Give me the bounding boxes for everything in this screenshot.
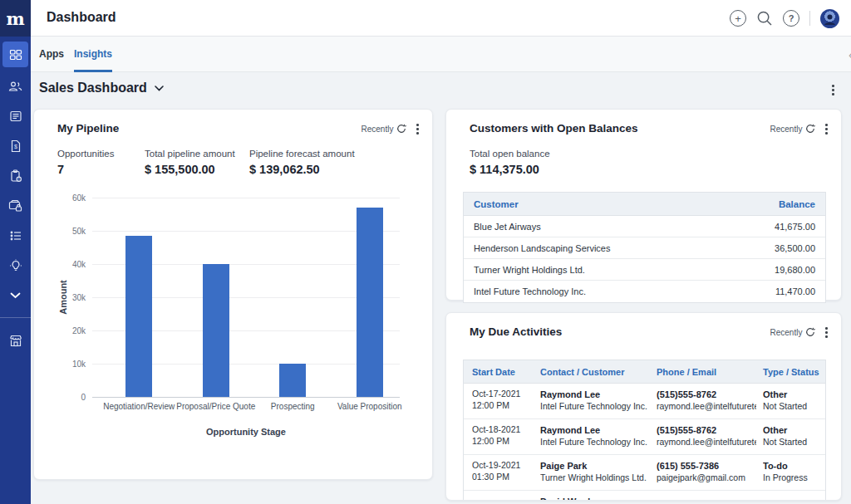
table-row[interactable]: Turner Wright Holdings Ltd.19,680.00	[464, 259, 825, 281]
table-row[interactable]: Blue Jet Airways41,675.00	[464, 216, 825, 237]
table-row[interactable]: Oct-17-202112:00 PMRaymond LeeIntel Futu…	[464, 384, 825, 419]
topbar-divider	[809, 11, 810, 26]
bar-2[interactable]	[203, 264, 229, 397]
sidebar: $ !	[0, 37, 31, 504]
column-start-date[interactable]: Start Date	[472, 367, 540, 377]
refresh-label: Recently	[770, 125, 803, 134]
app-marketplace-icon	[9, 335, 22, 348]
app-window: m Dashboard + ?	[0, 0, 851, 504]
search-icon[interactable]	[756, 10, 773, 27]
sidebar-expand-more[interactable]	[2, 281, 28, 311]
card-title: My Due Activities	[470, 325, 562, 338]
dashboard-selector[interactable]: Sales Dashboard	[39, 81, 164, 95]
refresh-control[interactable]: Recently	[770, 124, 816, 134]
refresh-control[interactable]: Recently	[362, 124, 407, 134]
sidebar-item-marketplace[interactable]	[2, 326, 28, 356]
y-tick-label: 20k	[59, 326, 86, 335]
x-axis-label: Opportunity Stage	[92, 427, 400, 437]
tab-insights[interactable]: Insights	[74, 37, 112, 72]
x-tick-label: Prospecting	[253, 402, 332, 413]
activities-clipboard-icon: !	[9, 169, 22, 183]
start-date-cell: Oct-19-202101:30 PM	[472, 460, 540, 486]
method-logo[interactable]: m	[0, 0, 31, 37]
contact-customer-cell: David Ward	[540, 496, 657, 501]
estimates-icon	[9, 110, 22, 123]
column-contact-customer[interactable]: Contact / Customer	[540, 367, 657, 377]
type-status-cell: OtherNot Started	[763, 389, 835, 414]
contact-customer-cell: Raymond LeeIntel Future Technology Inc.	[540, 424, 657, 450]
bar-1[interactable]	[125, 236, 152, 397]
balance-cell: 41,675.00	[775, 222, 815, 232]
help-icon[interactable]: ?	[783, 10, 799, 27]
sidebar-item-apps-grid[interactable]	[2, 42, 28, 67]
balances-table-body: Blue Jet Airways41,675.00Henderson Lands…	[464, 216, 825, 302]
column-balance[interactable]: Balance	[779, 199, 815, 209]
sidebar-item-activities[interactable]: !	[2, 161, 28, 191]
user-avatar[interactable]	[820, 9, 839, 28]
refresh-label: Recently	[362, 125, 394, 134]
card-title: Customers with Open Balances	[470, 122, 638, 135]
refresh-icon	[805, 124, 815, 134]
table-row[interactable]: Henderson Landscaping Services36,500.00	[464, 237, 825, 259]
customer-cell: Intel Future Technology Inc.	[474, 286, 586, 296]
top-bar: m Dashboard + ?	[0, 0, 851, 37]
topbar-actions: + ?	[730, 0, 839, 37]
table-row[interactable]: Oct-19-202101:30 PMPaige ParkTurner Wrig…	[464, 455, 825, 491]
stat-total-pipeline: Total pipeline amount $ 155,500.00	[145, 149, 235, 176]
refresh-label: Recently	[770, 328, 803, 337]
open-balances-card: Customers with Open Balances Recently To…	[445, 109, 842, 301]
card-menu-kebab-icon[interactable]	[824, 325, 829, 340]
column-customer[interactable]: Customer	[474, 199, 519, 209]
refresh-icon	[396, 124, 406, 134]
balance-cell: 11,470.00	[775, 286, 815, 296]
refresh-control[interactable]: Recently	[770, 327, 816, 337]
balances-table-header: Customer Balance	[464, 193, 825, 216]
customer-cell: Turner Wright Holdings Ltd.	[474, 265, 585, 275]
sidebar-item-payments[interactable]	[2, 191, 28, 221]
sidebar-divider	[0, 317, 31, 318]
phone-email-cell: (515)555-8762raymond.lee@intelfuturetech	[657, 389, 763, 414]
bar-chart-plot: 010k20k30k40k50k60kNegotiation/ReviewPro…	[92, 198, 400, 398]
activities-table: Start Date Contact / Customer Phone / Em…	[463, 360, 826, 501]
sidebar-item-invoices[interactable]: $	[2, 131, 28, 161]
activities-table-body: Oct-17-202112:00 PMRaymond LeeIntel Futu…	[464, 384, 825, 501]
due-activities-card: My Due Activities Recently Start Date Co…	[445, 312, 842, 501]
table-row[interactable]: David Ward	[464, 491, 825, 501]
plus-icon[interactable]: +	[730, 10, 746, 27]
x-tick-label: Proposal/Price Quote	[176, 402, 256, 413]
column-phone-email[interactable]: Phone / Email	[657, 367, 763, 377]
tab-apps[interactable]: Apps	[39, 37, 64, 72]
chevron-down-icon	[155, 86, 164, 91]
contacts-icon	[8, 80, 22, 93]
table-row[interactable]: Oct-18-202112:00 PMRaymond LeeIntel Futu…	[464, 419, 825, 455]
list-icon	[9, 229, 22, 242]
sidebar-item-lists[interactable]	[2, 221, 28, 251]
phone-email-cell: (615) 555-7386paigejpark@gmail.com	[657, 460, 763, 486]
table-row[interactable]: Intel Future Technology Inc.11,470.00	[464, 281, 825, 302]
stat-total-open-balance: Total open balance $ 114,375.00	[470, 149, 550, 176]
start-date-cell: Oct-18-202112:00 PM	[472, 424, 540, 450]
sidebar-item-insights[interactable]	[2, 251, 28, 281]
insights-bulb-icon	[9, 259, 22, 272]
tab-bar: Apps Insights ‹	[31, 37, 851, 72]
svg-text:$: $	[14, 144, 17, 149]
column-type-status[interactable]: Type / Status	[763, 367, 835, 377]
contact-customer-cell: Raymond LeeIntel Future Technology Inc.	[540, 389, 657, 414]
card-menu-kebab-icon[interactable]	[415, 122, 421, 136]
customer-cell: Blue Jet Airways	[474, 222, 541, 232]
card-menu-kebab-icon[interactable]	[824, 122, 829, 136]
dashboard-title: Sales Dashboard	[39, 81, 147, 95]
stat-opportunities: Opportunities 7	[57, 149, 114, 176]
contact-customer-cell: Paige ParkTurner Wright Holdings Ltd.	[540, 460, 657, 486]
sidebar-item-contacts[interactable]	[2, 71, 28, 101]
dashboard-menu-kebab-icon[interactable]	[830, 83, 836, 97]
phone-email-cell	[657, 496, 763, 501]
bar-3[interactable]	[279, 364, 306, 397]
phone-email-cell: (515)555-8762raymond.lee@intelfuturetech	[657, 424, 763, 450]
activities-table-header: Start Date Contact / Customer Phone / Em…	[464, 360, 825, 384]
page-title: Dashboard	[47, 10, 116, 25]
payments-lock-icon	[8, 199, 22, 213]
type-status-cell: To-doIn Progress	[763, 460, 835, 486]
sidebar-item-estimates[interactable]	[2, 101, 28, 131]
bar-4[interactable]	[357, 208, 383, 397]
